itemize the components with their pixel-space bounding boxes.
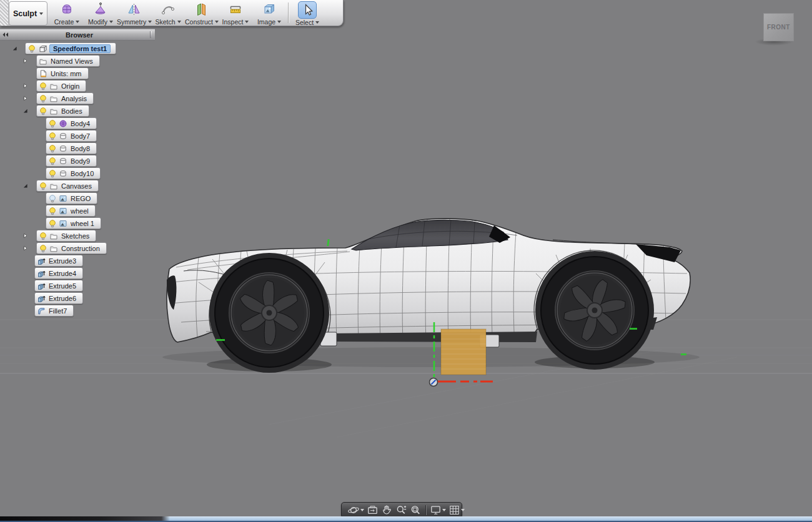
tree-item-pill[interactable]: Body10 — [46, 167, 101, 179]
tree-item-body9[interactable]: Body9 — [0, 155, 162, 167]
tree-item-pill[interactable]: Body7 — [46, 130, 97, 142]
menu-modify[interactable]: Modify — [84, 0, 117, 26]
tree-item-pill[interactable]: Canvases — [36, 180, 99, 192]
bulb-on-icon[interactable] — [48, 119, 57, 128]
tree-item-label: Speedform test1 — [49, 44, 111, 53]
zoom-window-icon — [410, 505, 422, 516]
chevron-down-icon — [245, 21, 249, 23]
tree-item-pill[interactable]: Extrude3 — [34, 255, 83, 267]
toolbar-grip[interactable] — [0, 0, 9, 26]
menu-inspect[interactable]: Inspect — [219, 0, 252, 26]
bulb-on-icon[interactable] — [48, 132, 57, 140]
folder-icon — [49, 94, 58, 103]
panel-resize-handle[interactable] — [150, 31, 152, 38]
tree-item-pill[interactable]: wheel 1 — [46, 217, 101, 229]
tree-item-extrude4[interactable]: Extrude4 — [0, 267, 162, 280]
tree-item-pill[interactable]: Named Views — [36, 55, 100, 67]
tree-item-extrude3[interactable]: Extrude3 — [0, 255, 162, 267]
tree-item-pill[interactable]: Origin — [36, 80, 86, 92]
tree-item-pill[interactable]: Fillet7 — [34, 305, 74, 317]
bulb-on-icon[interactable] — [39, 232, 47, 240]
menu-image[interactable]: Image — [252, 0, 286, 26]
tree-item-named-views[interactable]: Named Views — [0, 55, 162, 67]
menu-symmetry[interactable]: Symmetry — [117, 0, 151, 26]
expander-collapsed-icon[interactable] — [22, 96, 28, 101]
bulb-on-icon[interactable] — [48, 157, 57, 165]
tree-item-body4[interactable]: Body4 — [0, 117, 162, 130]
tree-item-pill[interactable]: Extrude5 — [34, 280, 83, 292]
tree-item-units-mm[interactable]: Units: mm — [0, 67, 162, 80]
selection-box[interactable] — [441, 329, 486, 375]
bulb-on-icon[interactable] — [39, 182, 47, 190]
tree-item-pill[interactable]: Analysis — [36, 92, 94, 104]
bulb-on-icon[interactable] — [48, 144, 57, 153]
tree-item-label: Body4 — [69, 120, 91, 127]
tree-item-body7[interactable]: Body7 — [0, 130, 162, 142]
bulb-on-icon[interactable] — [48, 219, 57, 228]
expander-collapsed-icon[interactable] — [22, 58, 28, 64]
document-icon — [39, 69, 47, 78]
fillet-icon — [37, 307, 46, 315]
tree-item-body10[interactable]: Body10 — [0, 167, 162, 180]
tree-item-pill[interactable]: Extrude6 — [34, 292, 83, 304]
expander-collapsed-icon[interactable] — [22, 245, 28, 251]
tree-item-pill[interactable]: wheel — [46, 205, 96, 217]
tree-item-pill[interactable]: Bodies — [36, 105, 89, 117]
tree-item-pill[interactable]: Extrude4 — [34, 267, 83, 279]
bulb-on-icon[interactable] — [39, 94, 47, 103]
tree-item-speedform-test1[interactable]: Speedform test1 — [0, 42, 162, 55]
tree-item-extrude6[interactable]: Extrude6 — [0, 292, 162, 305]
bulb-on-icon[interactable] — [48, 207, 57, 215]
tree-item-body8[interactable]: Body8 — [0, 142, 162, 155]
bulb-off-icon[interactable] — [48, 194, 57, 203]
expander-expanded-icon[interactable] — [22, 183, 28, 189]
bulb-on-icon[interactable] — [27, 44, 36, 53]
tree-item-pill[interactable]: Construction — [36, 242, 107, 254]
tree-item-origin[interactable]: Origin — [0, 80, 162, 92]
bulb-on-icon[interactable] — [39, 107, 47, 116]
menu-select[interactable]: Select — [290, 0, 324, 26]
tree-item-canvases[interactable]: Canvases — [0, 180, 162, 192]
nav-zoom-window-icon[interactable] — [408, 503, 423, 517]
menu-label: Select — [295, 19, 314, 26]
tree-item-extrude5[interactable]: Extrude5 — [0, 280, 162, 292]
tree-item-rego[interactable]: REGO — [0, 192, 162, 205]
menu-label: Inspect — [222, 18, 244, 26]
bulb-on-icon[interactable] — [39, 244, 47, 253]
nav-zoom-icon[interactable] — [394, 503, 408, 517]
viewcube[interactable]: FRONT — [763, 13, 794, 41]
tree-item-construction[interactable]: Construction — [0, 242, 162, 255]
sculpt-menu[interactable]: Sculpt — [9, 1, 47, 26]
tree-item-pill[interactable]: Body8 — [46, 142, 97, 154]
folder-icon — [49, 244, 58, 253]
menu-construct[interactable]: Construct — [185, 0, 219, 26]
nav-display-icon[interactable] — [428, 503, 447, 517]
tree-item-pill[interactable]: Body4 — [46, 117, 97, 129]
expander-collapsed-icon[interactable] — [22, 83, 28, 89]
menu-sketch[interactable]: Sketch — [151, 0, 185, 26]
nav-grid-icon[interactable] — [447, 503, 466, 517]
tree-item-pill[interactable]: Body9 — [46, 155, 97, 167]
tree-item-wheel[interactable]: wheel — [0, 205, 162, 217]
tree-item-label: Sketches — [60, 232, 91, 240]
expander-collapsed-icon[interactable] — [22, 233, 28, 239]
bulb-on-icon[interactable] — [39, 82, 47, 91]
expander-expanded-icon[interactable] — [12, 46, 17, 51]
tree-item-pill[interactable]: Units: mm — [36, 67, 89, 79]
collapse-panel-icon[interactable] — [2, 32, 9, 37]
tree-item-analysis[interactable]: Analysis — [0, 92, 162, 105]
bulb-on-icon[interactable] — [48, 169, 57, 178]
toolbar-separator — [288, 2, 289, 23]
nav-pan-icon[interactable] — [380, 503, 394, 517]
tree-item-wheel-1[interactable]: wheel 1 — [0, 217, 162, 230]
tree-item-pill[interactable]: Speedform test1 — [25, 42, 116, 54]
nav-orbit-icon[interactable] — [346, 503, 365, 517]
nav-look-at-icon[interactable] — [365, 503, 380, 517]
tree-item-pill[interactable]: REGO — [46, 192, 97, 204]
tree-item-bodies[interactable]: Bodies — [0, 105, 162, 117]
menu-create[interactable]: Create — [50, 0, 84, 26]
tree-item-pill[interactable]: Sketches — [36, 230, 96, 242]
tree-item-fillet7[interactable]: Fillet7 — [0, 305, 162, 317]
tree-item-sketches[interactable]: Sketches — [0, 230, 162, 242]
expander-expanded-icon[interactable] — [22, 108, 28, 114]
